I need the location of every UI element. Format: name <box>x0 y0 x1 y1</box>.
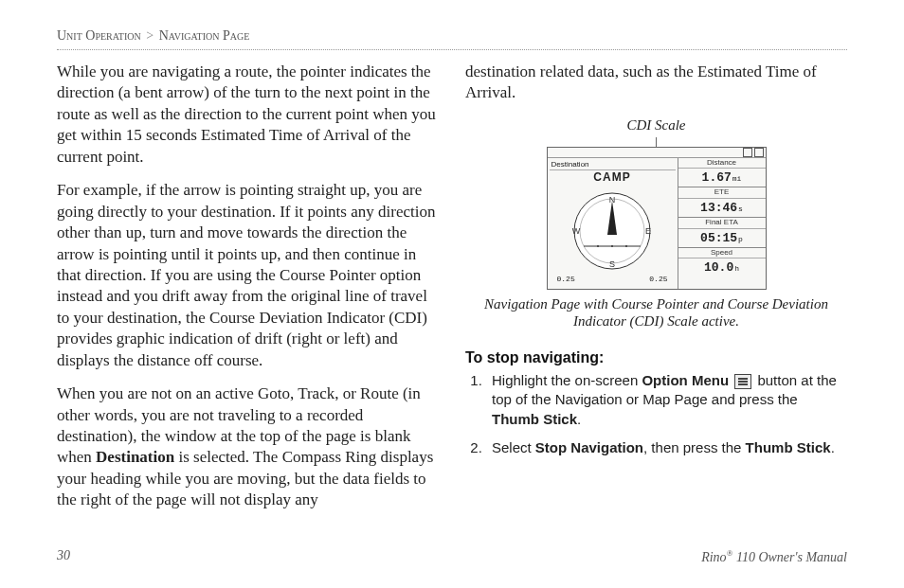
field-hdr-ete: ETE <box>678 187 766 199</box>
paragraph-2: For example, if the arrow is pointing st… <box>57 180 439 371</box>
cdi-scale-values: 0.25 0.25 <box>550 275 676 287</box>
page-footer: 30 Rino® 110 Owner's Manual <box>57 548 847 565</box>
paragraph-continuation: destination related data, such as the Es… <box>465 62 847 104</box>
breadcrumb: Unit Operation > Navigation Page <box>57 28 847 44</box>
breadcrumb-section: Unit Operation <box>57 28 141 43</box>
breadcrumb-page: Navigation Page <box>159 28 250 43</box>
page-number: 30 <box>57 548 70 565</box>
svg-point-8 <box>597 245 599 247</box>
stop-navigating-heading: To stop navigating: <box>465 347 847 367</box>
page: Unit Operation > Navigation Page While y… <box>0 0 904 588</box>
columns: While you are navigating a route, the po… <box>57 62 847 524</box>
field-val-ete: 13:46s <box>678 199 766 218</box>
step-2: Select Stop Navigation, then press the T… <box>486 438 847 457</box>
field-val-finaleta: 05:15p <box>678 229 766 248</box>
divider-top <box>57 49 847 50</box>
device-titlebar <box>548 148 766 158</box>
svg-point-9 <box>611 245 613 247</box>
cdi-scale-label: CDI Scale <box>465 116 847 135</box>
dest-value: CAMP <box>550 170 676 186</box>
field-val-speed: 10.0h <box>678 258 766 276</box>
paragraph-1: While you are navigating a route, the po… <box>57 62 439 168</box>
destination-bold: Destination <box>96 448 174 466</box>
device-body: Destination CAMP N E S W <box>548 158 766 289</box>
svg-text:S: S <box>609 259 615 269</box>
close-icon <box>754 148 764 157</box>
svg-text:W: W <box>572 226 581 236</box>
device-left: Destination CAMP N E S W <box>548 158 678 289</box>
device-right: Distance 1.67mi ETE 13:46s Final ETA 05:… <box>678 158 766 289</box>
manual-title: Rino® 110 Owner's Manual <box>701 548 847 565</box>
field-hdr-distance: Distance <box>678 158 766 169</box>
field-hdr-speed: Speed <box>678 248 766 259</box>
svg-text:E: E <box>645 226 651 236</box>
cdi-pointer-line <box>656 137 657 147</box>
figure: CDI Scale Destination CAMP <box>465 116 847 330</box>
compass-icon: N E S W <box>560 189 664 273</box>
dest-header: Destination <box>550 160 676 171</box>
menu-icon <box>743 148 752 157</box>
column-right: destination related data, such as the Es… <box>465 62 847 524</box>
step-1: Highlight the on-screen Option Menu butt… <box>486 371 847 429</box>
field-val-distance: 1.67mi <box>678 169 766 187</box>
option-menu-icon <box>734 374 751 389</box>
svg-point-10 <box>625 245 627 247</box>
breadcrumb-sep: > <box>146 28 154 43</box>
paragraph-3: When you are not on an active Goto, Trac… <box>57 383 439 511</box>
device-screenshot: Destination CAMP N E S W <box>547 147 767 290</box>
column-left: While you are navigating a route, the po… <box>57 62 439 524</box>
field-hdr-finaleta: Final ETA <box>678 218 766 229</box>
stop-navigating-steps: Highlight the on-screen Option Menu butt… <box>465 371 847 457</box>
figure-caption: Navigation Page with Course Pointer and … <box>465 295 847 331</box>
